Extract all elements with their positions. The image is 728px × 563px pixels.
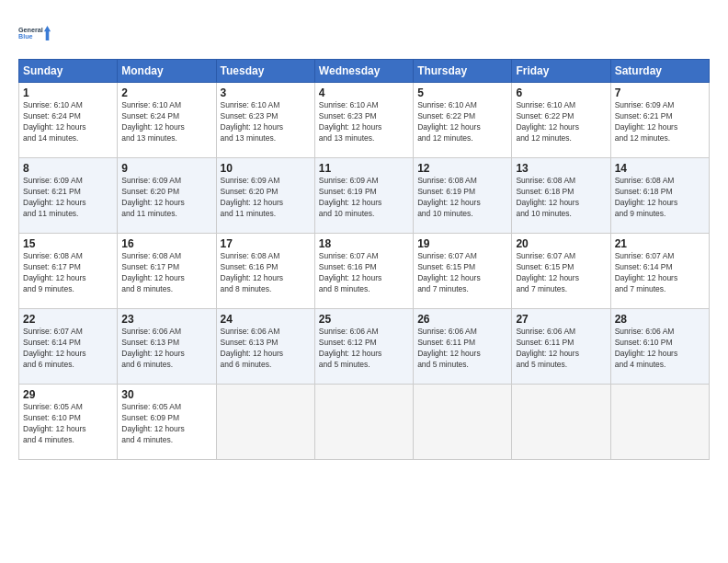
calendar-day-cell: 12Sunrise: 6:08 AM Sunset: 6:19 PM Dayli… bbox=[414, 158, 512, 234]
day-info: Sunrise: 6:08 AM Sunset: 6:19 PM Dayligh… bbox=[417, 176, 507, 220]
calendar-day-cell: 6Sunrise: 6:10 AM Sunset: 6:22 PM Daylig… bbox=[512, 83, 610, 158]
calendar-day-cell: 29Sunrise: 6:05 AM Sunset: 6:10 PM Dayli… bbox=[19, 385, 118, 460]
calendar-day-cell: 26Sunrise: 6:06 AM Sunset: 6:11 PM Dayli… bbox=[414, 309, 512, 385]
calendar-day-cell: 28Sunrise: 6:06 AM Sunset: 6:10 PM Dayli… bbox=[610, 309, 709, 385]
day-info: Sunrise: 6:10 AM Sunset: 6:23 PM Dayligh… bbox=[221, 100, 311, 144]
day-number: 17 bbox=[221, 237, 311, 250]
calendar-day-header: Friday bbox=[512, 60, 610, 83]
day-number: 4 bbox=[319, 86, 409, 99]
calendar-day-cell: 11Sunrise: 6:09 AM Sunset: 6:19 PM Dayli… bbox=[314, 158, 413, 234]
day-number: 6 bbox=[516, 86, 606, 99]
calendar-day-cell: 3Sunrise: 6:10 AM Sunset: 6:23 PM Daylig… bbox=[216, 83, 314, 158]
calendar-day-cell: 4Sunrise: 6:10 AM Sunset: 6:23 PM Daylig… bbox=[314, 83, 413, 158]
day-number: 15 bbox=[23, 237, 113, 250]
calendar-day-cell bbox=[216, 385, 314, 460]
day-number: 19 bbox=[417, 237, 507, 250]
calendar-week-row: 15Sunrise: 6:08 AM Sunset: 6:17 PM Dayli… bbox=[19, 234, 710, 309]
day-number: 24 bbox=[221, 313, 311, 326]
calendar-day-header: Tuesday bbox=[216, 60, 314, 83]
day-info: Sunrise: 6:09 AM Sunset: 6:21 PM Dayligh… bbox=[615, 100, 705, 144]
day-info: Sunrise: 6:06 AM Sunset: 6:13 PM Dayligh… bbox=[121, 327, 211, 371]
calendar-day-cell: 8Sunrise: 6:09 AM Sunset: 6:21 PM Daylig… bbox=[19, 158, 118, 234]
calendar-day-cell: 20Sunrise: 6:07 AM Sunset: 6:15 PM Dayli… bbox=[512, 234, 610, 309]
day-number: 25 bbox=[319, 313, 409, 326]
day-info: Sunrise: 6:08 AM Sunset: 6:18 PM Dayligh… bbox=[516, 176, 606, 220]
calendar-day-cell bbox=[512, 385, 610, 460]
svg-text:Blue: Blue bbox=[18, 32, 33, 40]
day-number: 28 bbox=[615, 313, 705, 326]
day-number: 16 bbox=[121, 237, 211, 250]
day-info: Sunrise: 6:09 AM Sunset: 6:20 PM Dayligh… bbox=[221, 176, 311, 220]
page-header: GeneralBlue bbox=[18, 17, 710, 50]
calendar-header-row: SundayMondayTuesdayWednesdayThursdayFrid… bbox=[19, 60, 710, 83]
calendar-day-cell: 14Sunrise: 6:08 AM Sunset: 6:18 PM Dayli… bbox=[610, 158, 709, 234]
day-info: Sunrise: 6:06 AM Sunset: 6:11 PM Dayligh… bbox=[516, 327, 606, 371]
day-info: Sunrise: 6:05 AM Sunset: 6:10 PM Dayligh… bbox=[23, 402, 113, 446]
day-info: Sunrise: 6:06 AM Sunset: 6:12 PM Dayligh… bbox=[319, 327, 409, 371]
calendar-day-cell: 24Sunrise: 6:06 AM Sunset: 6:13 PM Dayli… bbox=[216, 309, 314, 385]
calendar-day-cell: 16Sunrise: 6:08 AM Sunset: 6:17 PM Dayli… bbox=[118, 234, 216, 309]
day-info: Sunrise: 6:08 AM Sunset: 6:17 PM Dayligh… bbox=[23, 251, 113, 295]
day-info: Sunrise: 6:10 AM Sunset: 6:24 PM Dayligh… bbox=[121, 100, 211, 144]
day-number: 18 bbox=[319, 237, 409, 250]
calendar-day-cell: 7Sunrise: 6:09 AM Sunset: 6:21 PM Daylig… bbox=[610, 83, 709, 158]
calendar-day-cell: 2Sunrise: 6:10 AM Sunset: 6:24 PM Daylig… bbox=[118, 83, 216, 158]
day-info: Sunrise: 6:08 AM Sunset: 6:18 PM Dayligh… bbox=[615, 176, 705, 220]
day-number: 27 bbox=[516, 313, 606, 326]
calendar-day-cell: 10Sunrise: 6:09 AM Sunset: 6:20 PM Dayli… bbox=[216, 158, 314, 234]
day-info: Sunrise: 6:06 AM Sunset: 6:10 PM Dayligh… bbox=[615, 327, 705, 371]
calendar-table: SundayMondayTuesdayWednesdayThursdayFrid… bbox=[18, 59, 710, 460]
day-number: 12 bbox=[417, 162, 507, 175]
calendar-day-cell bbox=[314, 385, 413, 460]
calendar-day-header: Wednesday bbox=[314, 60, 413, 83]
day-number: 9 bbox=[121, 162, 211, 175]
day-number: 29 bbox=[23, 388, 113, 401]
day-info: Sunrise: 6:06 AM Sunset: 6:11 PM Dayligh… bbox=[417, 327, 507, 371]
calendar-body: 1Sunrise: 6:10 AM Sunset: 6:24 PM Daylig… bbox=[19, 83, 710, 460]
day-info: Sunrise: 6:07 AM Sunset: 6:15 PM Dayligh… bbox=[417, 251, 507, 295]
svg-marker-2 bbox=[44, 26, 51, 40]
calendar-day-cell: 30Sunrise: 6:05 AM Sunset: 6:09 PM Dayli… bbox=[118, 385, 216, 460]
day-info: Sunrise: 6:09 AM Sunset: 6:21 PM Dayligh… bbox=[23, 176, 113, 220]
day-number: 3 bbox=[221, 86, 311, 99]
calendar-day-cell: 18Sunrise: 6:07 AM Sunset: 6:16 PM Dayli… bbox=[314, 234, 413, 309]
day-number: 1 bbox=[23, 86, 113, 99]
calendar-week-row: 22Sunrise: 6:07 AM Sunset: 6:14 PM Dayli… bbox=[19, 309, 710, 385]
day-info: Sunrise: 6:08 AM Sunset: 6:17 PM Dayligh… bbox=[121, 251, 211, 295]
day-number: 20 bbox=[516, 237, 606, 250]
day-number: 5 bbox=[417, 86, 507, 99]
calendar-week-row: 29Sunrise: 6:05 AM Sunset: 6:10 PM Dayli… bbox=[19, 385, 710, 460]
calendar-day-header: Thursday bbox=[414, 60, 512, 83]
day-info: Sunrise: 6:09 AM Sunset: 6:20 PM Dayligh… bbox=[121, 176, 211, 220]
day-info: Sunrise: 6:05 AM Sunset: 6:09 PM Dayligh… bbox=[121, 402, 211, 446]
day-number: 14 bbox=[615, 162, 705, 175]
calendar-week-row: 8Sunrise: 6:09 AM Sunset: 6:21 PM Daylig… bbox=[19, 158, 710, 234]
day-info: Sunrise: 6:10 AM Sunset: 6:22 PM Dayligh… bbox=[516, 100, 606, 144]
day-info: Sunrise: 6:06 AM Sunset: 6:13 PM Dayligh… bbox=[221, 327, 311, 371]
calendar-day-cell: 17Sunrise: 6:08 AM Sunset: 6:16 PM Dayli… bbox=[216, 234, 314, 309]
day-number: 2 bbox=[121, 86, 211, 99]
calendar-day-cell: 23Sunrise: 6:06 AM Sunset: 6:13 PM Dayli… bbox=[118, 309, 216, 385]
day-number: 11 bbox=[319, 162, 409, 175]
calendar-day-cell: 25Sunrise: 6:06 AM Sunset: 6:12 PM Dayli… bbox=[314, 309, 413, 385]
calendar-day-header: Monday bbox=[118, 60, 216, 83]
day-info: Sunrise: 6:10 AM Sunset: 6:22 PM Dayligh… bbox=[417, 100, 507, 144]
calendar-day-cell: 19Sunrise: 6:07 AM Sunset: 6:15 PM Dayli… bbox=[414, 234, 512, 309]
day-info: Sunrise: 6:10 AM Sunset: 6:23 PM Dayligh… bbox=[319, 100, 409, 144]
calendar-day-cell: 21Sunrise: 6:07 AM Sunset: 6:14 PM Dayli… bbox=[610, 234, 709, 309]
day-number: 8 bbox=[23, 162, 113, 175]
calendar-day-cell: 9Sunrise: 6:09 AM Sunset: 6:20 PM Daylig… bbox=[118, 158, 216, 234]
logo: GeneralBlue bbox=[18, 17, 51, 50]
day-number: 21 bbox=[615, 237, 705, 250]
day-number: 7 bbox=[615, 86, 705, 99]
day-number: 26 bbox=[417, 313, 507, 326]
day-info: Sunrise: 6:07 AM Sunset: 6:16 PM Dayligh… bbox=[319, 251, 409, 295]
day-number: 23 bbox=[121, 313, 211, 326]
calendar-day-cell: 13Sunrise: 6:08 AM Sunset: 6:18 PM Dayli… bbox=[512, 158, 610, 234]
calendar-day-header: Sunday bbox=[19, 60, 118, 83]
calendar-day-cell: 5Sunrise: 6:10 AM Sunset: 6:22 PM Daylig… bbox=[414, 83, 512, 158]
calendar-day-cell: 22Sunrise: 6:07 AM Sunset: 6:14 PM Dayli… bbox=[19, 309, 118, 385]
calendar-week-row: 1Sunrise: 6:10 AM Sunset: 6:24 PM Daylig… bbox=[19, 83, 710, 158]
calendar-day-cell bbox=[610, 385, 709, 460]
day-number: 10 bbox=[221, 162, 311, 175]
